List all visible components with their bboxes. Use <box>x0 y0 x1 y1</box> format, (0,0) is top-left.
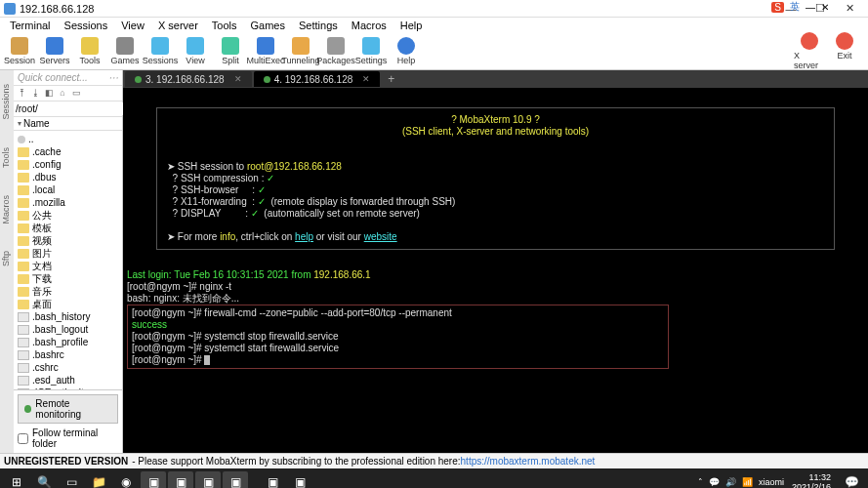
file-tree-item[interactable]: 公共 <box>14 209 122 222</box>
notifications-icon[interactable]: 💬 <box>839 471 864 488</box>
tb-packages[interactable]: Packages <box>320 37 351 65</box>
file-tree-item[interactable]: .cshrc <box>14 361 122 374</box>
tb-servers[interactable]: Servers <box>39 37 70 65</box>
sys-min[interactable]: — <box>806 2 815 13</box>
lang-indicator[interactable]: 英 <box>790 0 800 14</box>
tb-games[interactable]: Games <box>109 37 141 65</box>
name-header[interactable]: Name <box>14 117 122 131</box>
explorer-icon[interactable]: 📁 <box>86 471 111 488</box>
sidetab-tools[interactable]: Tools <box>0 143 14 172</box>
tb-session[interactable]: Session <box>4 37 35 65</box>
menu-macros[interactable]: Macros <box>346 20 393 31</box>
system-tray[interactable]: ˄ 💬 🔊 📶 xiaomi <box>698 477 784 487</box>
help-icon <box>397 37 415 55</box>
file-tree-item[interactable]: .bash_history <box>14 310 122 323</box>
sidetab-macros[interactable]: Macros <box>0 191 14 228</box>
main-toolbar: Session Servers Tools Games Sessions Vie… <box>0 33 868 70</box>
file-tree-item[interactable]: .. <box>14 133 122 145</box>
new-tab-button[interactable]: + <box>382 72 400 86</box>
quick-connect[interactable]: Quick connect...⋯ <box>14 70 122 86</box>
menu-sessions[interactable]: Sessions <box>59 20 114 31</box>
file-tree-item[interactable]: 视频 <box>14 234 122 247</box>
remote-monitoring-button[interactable]: Remote monitoring <box>18 394 118 424</box>
tray-up-icon[interactable]: ˄ <box>698 477 703 487</box>
follow-checkbox[interactable] <box>18 433 28 444</box>
file-tree-item[interactable]: 文档 <box>14 260 122 272</box>
file-tree-item[interactable]: 图片 <box>14 247 122 260</box>
tb-settings[interactable]: Settings <box>355 37 387 65</box>
app-2-icon[interactable]: ▣ <box>168 471 193 488</box>
file-tree-item[interactable]: 下载 <box>14 272 122 285</box>
folder-icon <box>18 300 29 309</box>
tb-tools[interactable]: Tools <box>74 37 105 65</box>
home-icon[interactable]: ⌂ <box>57 88 68 100</box>
file-name: .cache <box>32 146 61 157</box>
purchase-link[interactable]: https://mobaxterm.mobatek.net <box>461 456 596 467</box>
sidetab-sftp[interactable]: Sftp <box>0 247 14 270</box>
newfolder-icon[interactable]: ▭ <box>70 88 82 100</box>
file-tree-item[interactable]: .bashrc <box>14 348 122 361</box>
path-input[interactable] <box>16 102 140 115</box>
menu-view[interactable]: View <box>115 20 150 31</box>
file-tree-item[interactable]: 桌面 <box>14 298 122 310</box>
close-tab-icon[interactable]: ✕ <box>362 74 370 84</box>
app-6-icon[interactable]: ▣ <box>287 471 312 488</box>
file-tree-item[interactable]: 音乐 <box>14 285 122 298</box>
start-button[interactable]: ⊞ <box>4 471 29 488</box>
menu-tools[interactable]: Tools <box>206 20 243 31</box>
task-view-icon[interactable]: ▭ <box>59 471 84 488</box>
file-tree-item[interactable]: .config <box>14 158 122 171</box>
file-tree-item[interactable]: .cache <box>14 145 122 158</box>
file-icon <box>18 338 29 347</box>
chrome-icon[interactable]: ◉ <box>113 471 139 488</box>
menu-terminal[interactable]: Terminal <box>4 20 57 31</box>
tb-multiexec[interactable]: MultiExec <box>250 37 281 65</box>
tb-view[interactable]: View <box>180 37 211 65</box>
tray-wifi-icon[interactable]: 📶 <box>742 477 753 487</box>
app-1-icon[interactable]: ▣ <box>141 471 166 488</box>
tray-wechat-icon[interactable]: 💬 <box>709 477 720 487</box>
app-5-icon[interactable]: ▣ <box>260 471 285 488</box>
app-3-icon[interactable]: ▣ <box>195 471 221 488</box>
tb-help[interactable]: Help <box>391 37 422 65</box>
folder-icon <box>18 236 29 246</box>
close-tab-icon[interactable]: ✕ <box>234 74 242 84</box>
file-name: .cshrc <box>32 362 59 373</box>
upload-icon[interactable]: ⭱ <box>16 88 27 100</box>
file-tree-item[interactable]: .bash_logout <box>14 323 122 336</box>
sys-close[interactable]: ✕ <box>821 2 829 13</box>
download-icon[interactable]: ⭳ <box>29 88 41 100</box>
close-button[interactable]: ✕ <box>835 2 864 15</box>
terminal-tab-4[interactable]: 4. 192.168.66.128 ✕ <box>254 71 381 87</box>
tb-xserver[interactable]: X server <box>794 32 825 70</box>
file-tree-item[interactable]: .bash_profile <box>14 336 122 348</box>
menu-help[interactable]: Help <box>394 20 429 31</box>
tb-tunneling[interactable]: Tunneling <box>285 37 316 65</box>
app-icon <box>4 3 16 15</box>
file-tree-item[interactable]: .local <box>14 183 122 196</box>
expand-icon: ⋯ <box>108 72 118 83</box>
terminal-output[interactable]: ? MobaXterm 10.9 ? (SSH client, X-server… <box>123 88 868 453</box>
search-icon[interactable]: 🔍 <box>31 471 57 488</box>
file-tree-item[interactable]: .esd_auth <box>14 374 122 386</box>
follow-terminal-checkbox[interactable]: Follow terminal folder <box>18 427 118 449</box>
terminal-tab-3[interactable]: 3. 192.168.66.128 ✕ <box>125 71 252 87</box>
sidetab-sessions[interactable]: Sessions <box>0 80 14 124</box>
file-name: .. <box>28 134 34 144</box>
menu-games[interactable]: Games <box>245 20 291 31</box>
props-icon[interactable]: ◧ <box>43 88 55 100</box>
ime-icon[interactable]: S <box>771 2 784 13</box>
tb-exit[interactable]: Exit <box>829 32 860 70</box>
app-4-icon[interactable]: ▣ <box>223 471 248 488</box>
taskbar-clock[interactable]: 11:322021/2/16 <box>792 472 831 488</box>
menu-xserver[interactable]: X server <box>152 20 204 31</box>
tb-sessions[interactable]: Sessions <box>145 37 176 65</box>
file-tree-item[interactable]: 模板 <box>14 222 122 234</box>
file-tree-item[interactable]: .mozilla <box>14 196 122 209</box>
file-name: .bash_logout <box>32 324 88 335</box>
file-tree-item[interactable]: .dbus <box>14 171 122 183</box>
tray-net-icon[interactable]: 🔊 <box>725 477 736 487</box>
menu-settings[interactable]: Settings <box>293 20 344 31</box>
folder-icon <box>18 147 29 157</box>
tb-split[interactable]: Split <box>215 37 246 65</box>
